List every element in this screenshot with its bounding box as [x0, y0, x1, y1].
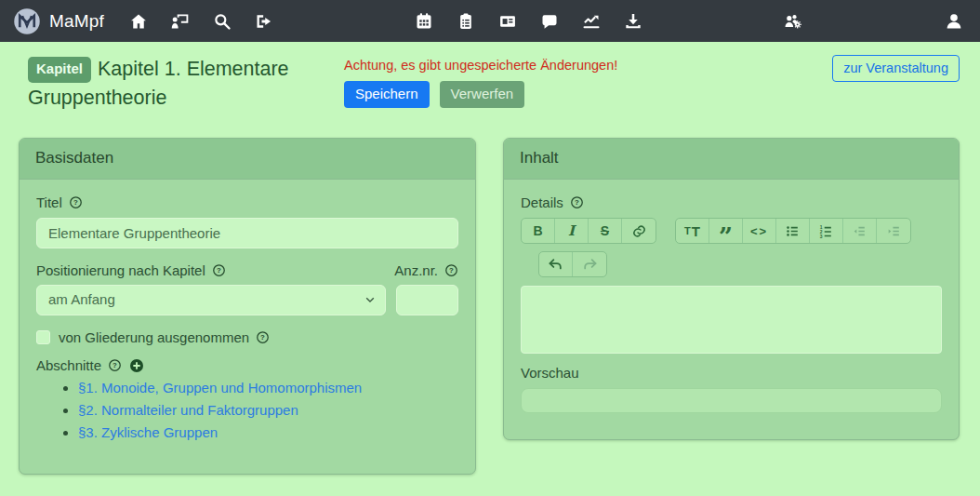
person-chalkboard-icon[interactable]	[170, 11, 190, 31]
position-select[interactable]: am Anfang	[36, 285, 386, 315]
titel-label: Titel ?	[36, 194, 83, 210]
svg-text:?: ?	[449, 267, 454, 275]
calendar-icon[interactable]	[414, 11, 433, 31]
inhalt-card-header: Inhalt	[504, 139, 959, 180]
sign-out-icon[interactable]	[254, 11, 273, 31]
newspaper-icon[interactable]	[497, 11, 517, 31]
brand-logo[interactable]: MaMpf	[13, 7, 104, 35]
indent-button[interactable]	[877, 219, 910, 243]
chart-line-icon[interactable]	[581, 11, 601, 31]
add-section-icon[interactable]	[129, 358, 144, 373]
list-item: §1. Monoide, Gruppen und Homomorphismen	[78, 380, 458, 395]
quote-button[interactable]: ”	[709, 219, 743, 243]
numbered-list-button[interactable]: 123	[810, 219, 843, 243]
section-link-2[interactable]: §2. Normalteiler und Faktorgruppen	[78, 402, 298, 418]
top-navbar: MaMpf	[0, 0, 980, 42]
section-link-3[interactable]: §3. Zyklische Gruppen	[78, 424, 218, 440]
position-label: Positionierung nach Kapitel ?	[36, 262, 226, 278]
svg-text:?: ?	[575, 199, 579, 208]
anznr-input[interactable]	[396, 285, 458, 315]
page-header: KapitelKapitel 1. Elementare Gruppentheo…	[0, 42, 980, 113]
clipboard-list-icon[interactable]	[456, 11, 475, 31]
titel-help-icon[interactable]: ?	[69, 195, 83, 209]
outdent-button[interactable]	[843, 219, 877, 243]
users-gear-icon[interactable]	[784, 11, 803, 31]
svg-text:3: 3	[820, 234, 823, 238]
position-help-icon[interactable]: ?	[212, 263, 226, 277]
section-link-1[interactable]: §1. Monoide, Gruppen und Homomorphismen	[78, 380, 362, 395]
bold-button[interactable]: B	[522, 219, 555, 243]
titel-input[interactable]	[36, 218, 458, 248]
comment-icon[interactable]	[539, 11, 559, 31]
vorschau-label: Vorschau	[521, 365, 579, 381]
user-icon[interactable]	[944, 11, 963, 31]
inhalt-card: Inhalt Details ? B I S	[503, 138, 960, 440]
search-icon[interactable]	[212, 11, 232, 31]
brand-name: MaMpf	[49, 11, 104, 32]
redo-button[interactable]	[573, 252, 606, 276]
basisdaten-card: Basisdaten Titel ? Positionierung nach K…	[19, 138, 476, 475]
page-title: KapitelKapitel 1. Elementare Gruppentheo…	[28, 55, 338, 113]
home-icon[interactable]	[128, 11, 148, 31]
main-content: Basisdaten Titel ? Positionierung nach K…	[0, 138, 980, 475]
download-icon[interactable]	[623, 11, 642, 31]
exclude-label: von Gliederung ausgenommen ?	[59, 329, 270, 345]
details-label: Details ?	[521, 194, 584, 210]
list-item: §2. Normalteiler und Faktorgruppen	[78, 402, 458, 418]
anznr-help-icon[interactable]: ?	[444, 263, 458, 277]
unsaved-changes-warning: Achtung, es gibt ungespeicherte Änderung…	[344, 58, 617, 73]
exclude-help-icon[interactable]: ?	[256, 330, 270, 344]
anznr-label: Anz.nr. ?	[394, 262, 458, 278]
save-button[interactable]: Speichern	[344, 81, 430, 108]
chapter-badge: Kapitel	[28, 57, 91, 83]
italic-button[interactable]: I	[555, 219, 589, 243]
vorschau-preview	[521, 388, 942, 413]
editor-toolbar: B I S TT ” <>	[521, 218, 942, 244]
bullet-list-button[interactable]	[776, 219, 810, 243]
svg-text:?: ?	[73, 199, 78, 208]
sections-list: §1. Monoide, Gruppen und Homomorphismen …	[36, 380, 458, 440]
details-editor[interactable]	[521, 286, 942, 354]
basisdaten-card-header: Basisdaten	[20, 139, 475, 180]
undo-button[interactable]	[539, 252, 573, 276]
list-item: §3. Zyklische Gruppen	[78, 424, 458, 440]
mampf-logo-icon	[13, 7, 41, 35]
discard-button[interactable]: Verwerfen	[440, 81, 525, 108]
svg-text:?: ?	[217, 267, 221, 275]
code-button[interactable]: <>	[743, 219, 776, 243]
sections-help-icon[interactable]: ?	[108, 358, 122, 372]
details-help-icon[interactable]: ?	[570, 195, 584, 209]
svg-text:?: ?	[260, 334, 265, 342]
link-button[interactable]	[622, 219, 656, 243]
to-event-button[interactable]: zur Veranstaltung	[832, 55, 960, 82]
chevron-down-icon	[364, 293, 377, 306]
sections-label: Abschnitte ?	[36, 357, 122, 373]
strikethrough-button[interactable]: S	[589, 219, 622, 243]
svg-text:?: ?	[113, 362, 117, 370]
heading-button[interactable]: TT	[676, 219, 709, 243]
exclude-checkbox[interactable]	[36, 330, 50, 344]
